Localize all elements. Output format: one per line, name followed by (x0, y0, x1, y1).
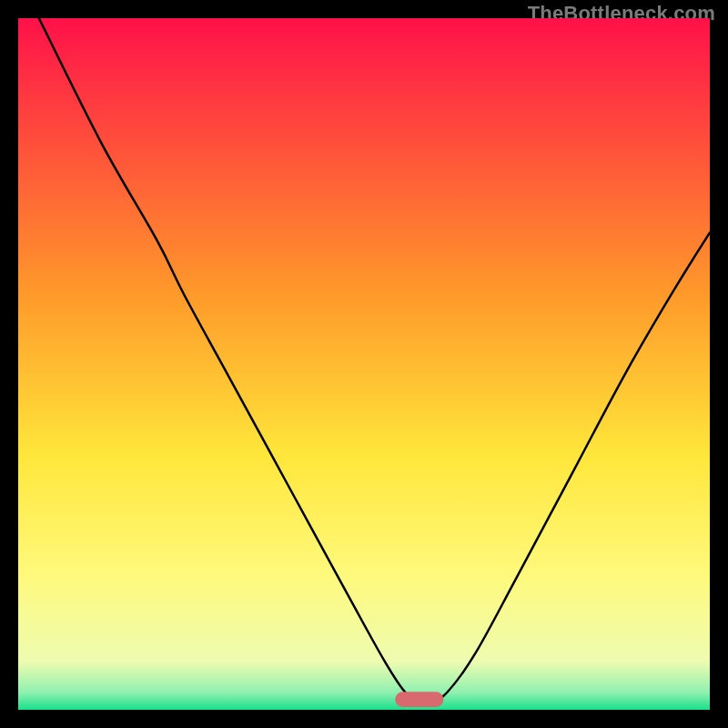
chart-svg (18, 18, 710, 710)
plot-area (18, 18, 710, 710)
chart-background (18, 18, 710, 710)
chart-frame: TheBottleneck.com (0, 0, 728, 728)
optimal-marker (395, 692, 443, 707)
